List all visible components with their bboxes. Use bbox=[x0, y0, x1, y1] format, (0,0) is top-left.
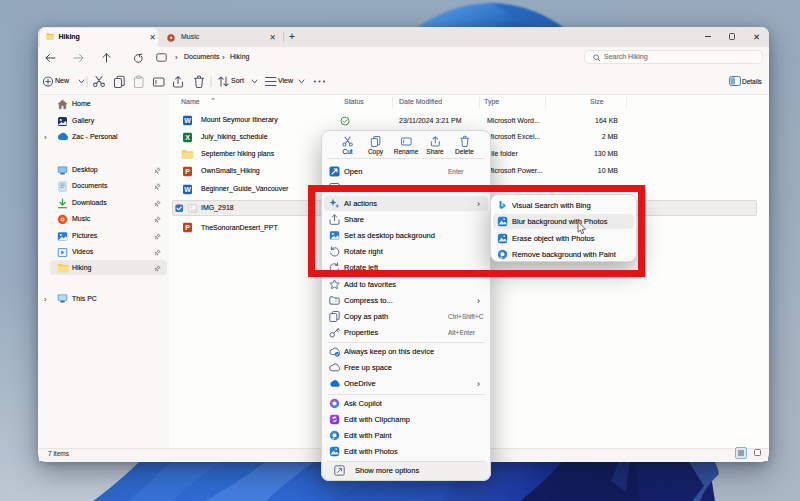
svg-text:P: P bbox=[185, 168, 190, 175]
svg-text:W: W bbox=[184, 186, 191, 193]
svg-text:W: W bbox=[184, 117, 191, 124]
svg-text:P: P bbox=[185, 224, 190, 231]
svg-text:X: X bbox=[185, 134, 190, 141]
